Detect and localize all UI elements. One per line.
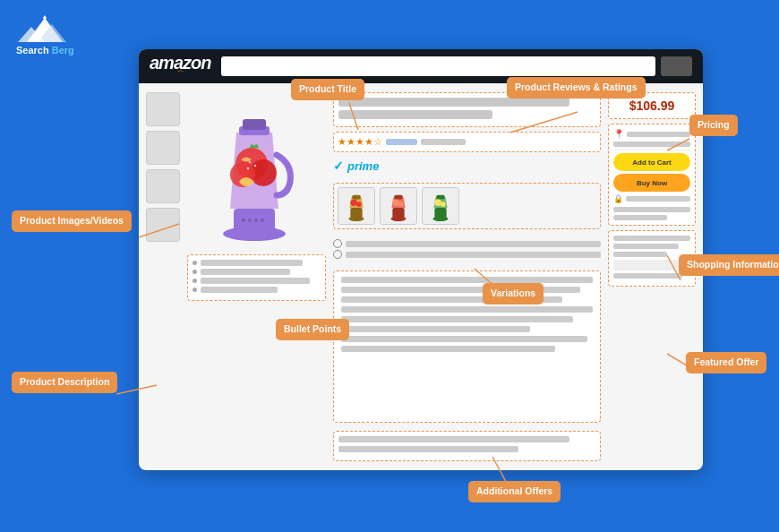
thumb-2 [146, 131, 180, 165]
prime-check-icon: ✓ [333, 159, 344, 173]
svg-point-22 [356, 202, 362, 207]
secure-transaction-row: 🔒 [613, 194, 690, 203]
svg-rect-19 [350, 208, 362, 218]
svg-point-17 [247, 167, 249, 169]
logo-berg-text: Berg [52, 45, 74, 56]
svg-point-32 [441, 202, 446, 207]
product-variations [333, 183, 601, 229]
product-options [333, 237, 601, 261]
svg-point-21 [350, 199, 357, 206]
searchberg-logo: Search Berg [16, 11, 74, 56]
svg-point-7 [248, 219, 252, 222]
logo-search-text: Search [16, 45, 49, 56]
blender-svg [187, 92, 321, 249]
add-to-cart-button[interactable]: Add to Cart [613, 153, 690, 171]
variation-2 [380, 187, 417, 225]
prime-text: prime [347, 159, 379, 173]
svg-point-31 [434, 199, 441, 206]
svg-point-6 [242, 219, 245, 222]
svg-rect-25 [394, 195, 403, 200]
svg-rect-30 [436, 195, 445, 200]
amazon-smile: ⌒ [176, 69, 184, 81]
location-icon: 📍 [613, 129, 624, 139]
svg-point-16 [254, 165, 256, 167]
thumb-3 [146, 169, 180, 203]
svg-point-15 [249, 161, 251, 163]
variation-1 [338, 187, 375, 225]
prime-badge: ✓ prime [333, 159, 601, 173]
mountain-icon [18, 11, 72, 45]
thumb-4 [146, 208, 180, 242]
product-reviews-section: ★★★★☆ [333, 132, 601, 152]
amazon-search-bar [221, 56, 655, 76]
svg-rect-11 [243, 119, 266, 130]
featured-offer-section [608, 230, 696, 287]
amazon-product-page: ★★★★☆ ✓ prime [139, 83, 703, 470]
buy-now-button[interactable]: Buy Now [613, 174, 690, 192]
amazon-header: amazon ⌒ [139, 49, 703, 83]
product-price: $106.99 [629, 99, 675, 113]
shopping-information-section: 📍 Add to Cart Buy Now 🔒 [608, 124, 696, 226]
star-icon: ★★★★☆ [338, 136, 382, 148]
bullet-points-section [187, 254, 326, 301]
product-thumbnails [146, 92, 180, 461]
svg-rect-29 [434, 208, 446, 218]
svg-point-8 [254, 219, 258, 222]
lock-icon: 🔒 [613, 194, 623, 203]
amazon-mockup-window: amazon ⌒ [139, 49, 703, 470]
pricing-section: $106.99 [608, 92, 696, 119]
svg-point-26 [392, 199, 399, 206]
svg-rect-20 [352, 195, 361, 200]
svg-point-27 [398, 202, 404, 207]
right-sidebar: $106.99 📍 Add to Cart Buy Now 🔒 [608, 92, 696, 461]
svg-rect-24 [392, 208, 404, 218]
additional-offers-section [333, 431, 601, 461]
product-center-info: ★★★★☆ ✓ prime [333, 92, 601, 461]
svg-point-9 [261, 219, 264, 222]
blender-image [187, 92, 321, 249]
product-description-section [333, 270, 601, 423]
variation-3 [422, 187, 459, 225]
main-product-image-col [187, 92, 326, 461]
thumb-1 [146, 92, 180, 126]
header-nav-placeholder [661, 56, 692, 76]
svg-rect-5 [234, 209, 275, 236]
product-title-section [333, 92, 601, 127]
